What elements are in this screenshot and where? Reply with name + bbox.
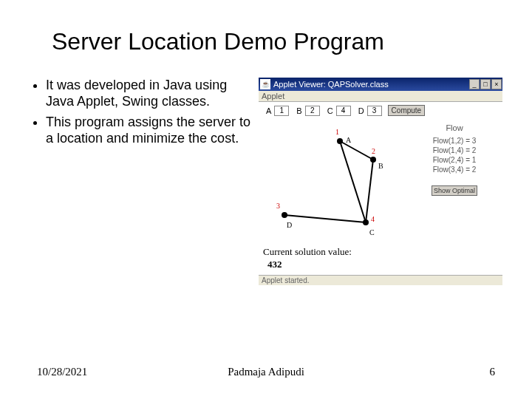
flow-header: Flow [408,123,501,132]
applet-window: ☕ Applet Viewer: QAPSolver.class _ □ × A… [259,78,502,285]
flow-line: Flow(3,4) = 2 [408,166,501,174]
input-label-b: B [296,106,301,115]
graph-canvas: 1 A 2 B 3 D 4 C [259,119,406,245]
node-letter: A [346,136,351,144]
graph-node [370,157,376,163]
flow-line: Flow(2,4) = 1 [408,156,501,164]
input-b[interactable] [305,106,320,116]
svg-line-1 [340,141,366,222]
slide-title: Server Location Demo Program [52,28,502,55]
bullet-column: It was developed in Java using Java Appl… [30,78,251,285]
input-label-c: C [327,106,333,115]
flow-line: Flow(1,4) = 2 [408,146,501,154]
solution-value: 432 [259,259,502,275]
footer-date: 10/28/2021 [37,366,87,378]
svg-line-0 [340,141,373,160]
input-row: A B C D Compute [259,102,502,119]
compute-button[interactable]: Compute [388,105,426,116]
flow-panel: Flow Flow(1,2) = 3 Flow(1,4) = 2 Flow(2,… [406,119,502,245]
node-number: 2 [372,147,375,155]
window-title: Applet Viewer: QAPSolver.class [273,80,389,89]
maximize-button[interactable]: □ [480,79,491,89]
bullet-item: This program assigns the server to a loc… [46,115,251,147]
window-titlebar: ☕ Applet Viewer: QAPSolver.class _ □ × [259,78,502,91]
solution-label: Current solution value: [259,245,502,259]
node-number: 4 [371,215,375,223]
graph-node [363,219,369,225]
status-bar: Applet started. [259,275,502,285]
svg-line-2 [366,160,373,222]
slide-footer: 10/28/2021 Padmaja Adipudi 6 [0,366,532,378]
node-number: 3 [276,202,280,210]
node-letter: C [369,228,375,236]
input-d[interactable] [367,106,382,116]
svg-line-3 [284,215,366,222]
minimize-button[interactable]: _ [469,79,480,89]
node-number: 1 [335,128,339,136]
bullet-item: It was developed in Java using Java Appl… [46,78,251,110]
node-letter: B [378,162,383,170]
footer-page-number: 6 [490,366,496,378]
show-optimal-button[interactable]: Show Optimal [432,185,477,196]
node-letter: D [287,221,292,229]
graph-edges [259,119,406,245]
graph-node [337,138,343,144]
menu-bar[interactable]: Applet [259,91,502,102]
input-label-a: A [266,106,271,115]
flow-line: Flow(1,2) = 3 [408,137,501,145]
java-icon: ☕ [260,79,270,89]
input-label-d: D [358,106,364,115]
input-c[interactable] [336,106,351,116]
close-button[interactable]: × [491,79,502,89]
input-a[interactable] [274,106,289,116]
graph-node [282,212,287,218]
